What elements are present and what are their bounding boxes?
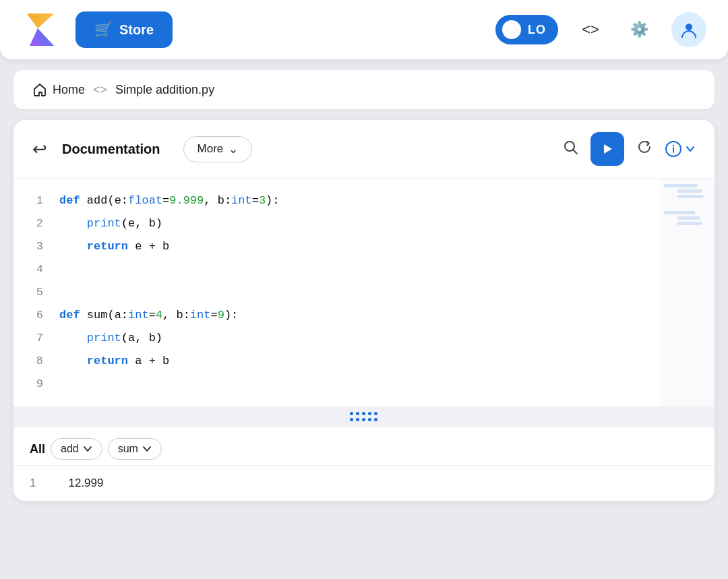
tab-add-dropdown[interactable]: add [51,438,102,460]
cart-icon: 🛒 [94,21,113,38]
drag-dots [350,412,378,422]
tab-sum-label: sum [118,443,138,455]
line-numbers: 1 2 3 4 5 6 7 8 9 [13,179,51,406]
logo [22,11,59,49]
tab-add-label: add [61,443,79,455]
editor-toolbar: ↩ Documentation More ⌄ [13,120,715,179]
store-button[interactable]: 🛒 Store [75,11,173,48]
svg-marker-2 [30,28,54,46]
code-line-2: print(e, b) [59,212,653,235]
code-line-3: return e + b [59,235,653,258]
main-content: ↩ Documentation More ⌄ [13,120,715,501]
svg-line-5 [574,150,578,154]
top-nav: 🛒 Store LO <> ⚙️ [0,0,728,59]
code-editor: 1 2 3 4 5 6 7 8 9 def add(e:float=9.999,… [13,179,715,406]
more-button[interactable]: More ⌄ [183,136,253,162]
code-line-8: return a + b [59,350,653,373]
lo-label: LO [528,23,546,37]
code-lines[interactable]: def add(e:float=9.999, b:int=3): print(e… [51,179,661,406]
run-button[interactable] [590,132,624,166]
table-row: 1 12.999 [13,466,715,501]
breadcrumb: Home <> Simple addition.py [13,70,715,109]
back-button[interactable]: ↩ [32,139,47,160]
info-button[interactable] [665,140,696,158]
output-table: 1 12.999 [13,465,715,501]
code-icon: <> [582,21,599,38]
code-view-button[interactable]: <> [574,13,607,46]
toggle-circle [502,20,521,39]
user-avatar[interactable] [671,12,706,47]
bottom-panel: All add sum 1 12.999 [13,427,715,501]
code-line-9 [59,373,653,396]
code-line-6: def sum(a:int=4, b:int=9): [59,304,653,327]
gear-icon: ⚙️ [630,21,648,38]
code-line-5 [59,281,653,304]
refresh-button[interactable] [636,139,653,159]
breadcrumb-home[interactable]: Home [32,82,85,97]
bottom-tabs: All add sum [13,427,715,465]
lo-toggle[interactable]: LO [495,15,558,44]
tab-all[interactable]: All [30,442,45,456]
output-row-num: 1 [13,466,52,501]
tab-sum-dropdown[interactable]: sum [108,438,162,460]
code-line-1: def add(e:float=9.999, b:int=3): [59,189,653,212]
settings-button[interactable]: ⚙️ [623,13,655,46]
output-value: 12.999 [52,466,715,501]
code-line-4 [59,258,653,281]
code-line-7: print(a, b) [59,327,653,350]
breadcrumb-separator: <> [93,83,107,97]
svg-point-9 [673,145,674,146]
drag-handle[interactable] [13,406,715,427]
breadcrumb-file-label: Simple addition.py [115,83,214,97]
search-button[interactable] [562,139,578,159]
svg-marker-6 [604,144,612,154]
minimap [661,179,715,406]
breadcrumb-file[interactable]: Simple addition.py [115,83,214,97]
svg-point-3 [686,24,692,30]
chevron-down-icon: ⌄ [229,142,238,156]
svg-marker-1 [27,13,54,28]
toolbar-title: Documentation [62,142,160,157]
breadcrumb-home-label: Home [53,83,85,97]
store-label: Store [119,22,154,38]
more-label: More [198,142,224,156]
